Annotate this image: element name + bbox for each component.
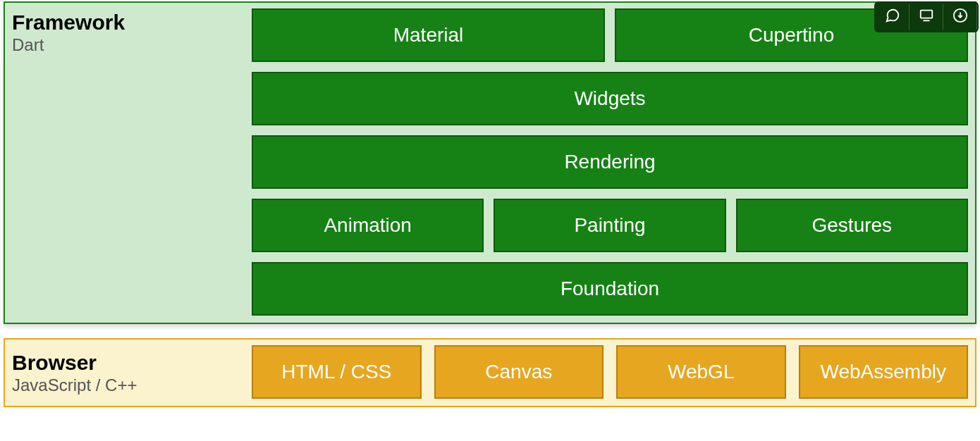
comment-button[interactable]: [876, 4, 909, 30]
block-webgl: WebGL: [616, 345, 786, 399]
browser-content: HTML / CSS Canvas WebGL WebAssembly: [252, 345, 968, 399]
block-foundation: Foundation: [252, 262, 968, 316]
block-animation: Animation: [252, 199, 484, 252]
browser-subtitle: JavaScript / C++: [12, 375, 252, 396]
framework-label-area: Framework Dart: [12, 8, 252, 316]
image-toolbar: [874, 1, 979, 32]
block-webassembly: WebAssembly: [799, 345, 969, 399]
block-rendering: Rendering: [252, 135, 968, 189]
more-menu-button[interactable]: [976, 6, 980, 31]
browser-section: Browser JavaScript / C++ HTML / CSS Canv…: [4, 338, 976, 407]
framework-title: Framework: [12, 10, 252, 35]
svg-rect-0: [920, 11, 932, 18]
framework-row-0: Material Cupertino: [252, 8, 968, 62]
framework-row-2: Rendering: [252, 135, 968, 189]
framework-row-3: Animation Painting Gestures: [252, 199, 968, 252]
block-html-css: HTML / CSS: [252, 345, 422, 399]
browser-label-area: Browser JavaScript / C++: [12, 349, 252, 396]
download-button[interactable]: [943, 4, 977, 30]
block-widgets: Widgets: [252, 72, 968, 125]
framework-row-1: Widgets: [252, 72, 968, 125]
framework-subtitle: Dart: [12, 35, 252, 56]
block-gestures: Gestures: [736, 199, 968, 252]
display-button[interactable]: [909, 4, 943, 30]
block-canvas: Canvas: [434, 345, 604, 399]
framework-section: Framework Dart Material Cupertino Widget…: [4, 1, 976, 324]
framework-content: Material Cupertino Widgets Rendering Ani…: [252, 8, 968, 316]
block-painting: Painting: [494, 199, 725, 252]
comment-icon: [885, 8, 900, 26]
display-icon: [919, 8, 934, 26]
download-icon: [953, 8, 968, 26]
browser-title: Browser: [12, 350, 252, 375]
block-material: Material: [252, 8, 605, 62]
framework-row-4: Foundation: [252, 262, 968, 316]
